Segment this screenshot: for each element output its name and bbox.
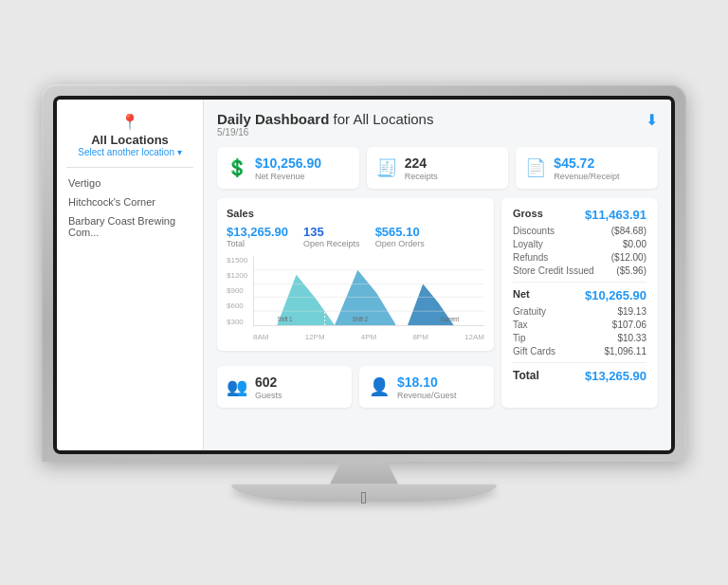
discounts-value: ($84.68) xyxy=(611,226,646,236)
x-label-8pm: 8PM xyxy=(412,333,428,341)
shift2-label: Shift 2 xyxy=(353,315,368,322)
download-icon[interactable]: ⬇ xyxy=(646,111,658,129)
gross-label: Gross xyxy=(513,208,543,222)
kpi-rev-receipt-value: $45.72 xyxy=(554,155,594,171)
gross-value: $11,463.91 xyxy=(585,208,646,222)
select-location-link[interactable]: Select another location ▾ xyxy=(66,147,193,157)
sidebar-item-vertigo[interactable]: Vertigo xyxy=(66,174,193,192)
kpi-receipts-value: 224 xyxy=(405,155,427,171)
net-header: Net $10,265.90 xyxy=(513,288,646,302)
sales-total-value: $13,265.90 xyxy=(227,225,288,239)
screen: 📍 All Locations Select another location … xyxy=(57,100,671,450)
guests-data: 602 Guests xyxy=(255,374,282,400)
sales-total-label: Total xyxy=(227,239,288,248)
guests-value: 602 xyxy=(255,375,277,390)
sales-metrics: $13,265.90 Total 135 Open Receipts $565.… xyxy=(227,225,484,248)
chart-x-labels: 8AM 12PM 4PM 8PM 12AM xyxy=(253,333,484,341)
guests-label: Guests xyxy=(255,391,282,400)
chart-svg: Shift 1 Shift 2 Current xyxy=(254,256,484,325)
y-label-900: $900 xyxy=(227,286,253,295)
guest-card-total: 👥 602 Guests xyxy=(217,366,352,408)
loyalty-value: $0.00 xyxy=(623,239,646,249)
guest-card-rev-per-guest: 👤 $18.10 Revenue/Guest xyxy=(359,366,494,408)
kpi-receipts-data: 224 Receipts xyxy=(405,155,438,181)
dashboard-title-for: for All Locations xyxy=(334,111,434,127)
chart-body: Shift 1 Shift 2 Current xyxy=(253,256,484,326)
net-label: Net xyxy=(513,288,530,302)
open-orders-label: Open Orders xyxy=(375,239,425,248)
refunds-row: Refunds ($12.00) xyxy=(513,252,646,263)
store-credit-value: ($5.96) xyxy=(616,265,646,276)
y-label-300: $300 xyxy=(227,318,253,326)
monitor-bezel: 📍 All Locations Select another location … xyxy=(53,96,675,454)
sidebar-item-hitchcocks[interactable]: Hitchcock's Corner xyxy=(66,192,193,211)
gratuity-row: Gratuity $19.13 xyxy=(513,306,646,317)
sales-metric-total: $13,265.90 Total xyxy=(227,225,288,248)
sidebar-divider xyxy=(66,167,193,168)
kpi-row: 💲 $10,256.90 Net Revenue 🧾 224 Receipts xyxy=(217,147,658,189)
apple-logo:  xyxy=(231,488,497,508)
refunds-value: ($12.00) xyxy=(611,252,646,263)
total-row: Total $13,265.90 xyxy=(513,369,646,383)
store-credit-row: Store Credit Issued ($5.96) xyxy=(513,265,646,276)
x-label-8am: 8AM xyxy=(253,333,268,341)
monitor: 📍 All Locations Select another location … xyxy=(42,84,686,502)
guest-row: 👥 602 Guests 👤 $18.10 xyxy=(217,366,494,408)
dollar-circle-icon: 💲 xyxy=(227,157,247,178)
gift-cards-value: $1,096.11 xyxy=(605,346,647,356)
shift1-label: Shift 1 xyxy=(277,315,292,322)
discounts-label: Discounts xyxy=(513,226,555,236)
sales-metric-open-receipts: 135 Open Receipts xyxy=(303,225,360,248)
y-label-600: $600 xyxy=(227,302,253,310)
kpi-card-rev-per-receipt: 📄 $45.72 Revenue/Receipt xyxy=(516,147,658,189)
store-credit-label: Store Credit Issued xyxy=(513,265,594,276)
location-pin-icon: 📍 xyxy=(66,113,193,131)
discounts-row: Discounts ($84.68) xyxy=(513,226,646,236)
bottom-section: Sales $13,265.90 Total 135 Open Receipts xyxy=(217,198,658,408)
summary-panel: Gross $11,463.91 Discounts ($84.68) Loya… xyxy=(501,198,658,408)
tax-label: Tax xyxy=(513,320,528,330)
sales-header: Sales xyxy=(227,208,484,219)
tax-row: Tax $107.06 xyxy=(513,320,646,330)
y-label-1500: $1500 xyxy=(227,256,253,265)
gift-cards-row: Gift Cards $1,096.11 xyxy=(513,346,646,356)
net-value: $10,265.90 xyxy=(585,288,646,302)
total-label: Total xyxy=(513,369,539,383)
receipt-icon: 🧾 xyxy=(376,157,397,178)
monitor-screen-border: 📍 All Locations Select another location … xyxy=(42,84,686,462)
current-label: Current xyxy=(441,315,459,322)
open-orders-value: $565.10 xyxy=(375,225,425,239)
loyalty-label: Loyalty xyxy=(513,239,543,249)
shift1-area xyxy=(254,274,346,324)
gratuity-value: $19.13 xyxy=(617,306,646,317)
gratuity-label: Gratuity xyxy=(513,306,546,317)
kpi-rev-receipt-data: $45.72 Revenue/Receipt xyxy=(554,155,619,181)
open-receipts-value: 135 xyxy=(303,225,360,239)
sidebar-header: 📍 All Locations Select another location … xyxy=(66,113,193,157)
kpi-card-net-revenue: 💲 $10,256.90 Net Revenue xyxy=(217,147,359,189)
kpi-net-revenue-value: $10,256.90 xyxy=(255,155,321,171)
x-label-12pm: 12PM xyxy=(305,333,325,341)
kpi-net-revenue-label: Net Revenue xyxy=(255,172,321,181)
monitor-neck xyxy=(326,462,402,484)
dashboard-title: Daily Dashboard for All Locations xyxy=(217,111,433,127)
sales-metric-open-orders: $565.10 Open Orders xyxy=(375,225,425,248)
dashboard-date: 5/19/16 xyxy=(217,127,433,137)
guests-icon: 👥 xyxy=(227,376,247,397)
refunds-label: Refunds xyxy=(513,252,548,263)
kpi-receipts-label: Receipts xyxy=(405,172,438,181)
dashboard-header: Daily Dashboard for All Locations 5/19/1… xyxy=(217,111,658,137)
kpi-rev-receipt-label: Revenue/Receipt xyxy=(554,172,619,181)
kpi-net-revenue-data: $10,256.90 Net Revenue xyxy=(255,155,321,181)
guest-rev-label: Revenue/Guest xyxy=(397,391,457,400)
sales-chart: $1500 $1200 $900 $600 $300 xyxy=(227,256,484,341)
tip-label: Tip xyxy=(513,333,526,343)
y-label-1200: $1200 xyxy=(227,271,253,280)
monitor-base:  xyxy=(231,484,497,502)
tip-value: $10.33 xyxy=(617,333,646,343)
chart-icon: 📄 xyxy=(525,157,546,178)
sidebar-item-barbary[interactable]: Barbary Coast Brewing Com... xyxy=(66,211,193,242)
main-content: Daily Dashboard for All Locations 5/19/1… xyxy=(204,100,671,450)
summary-divider-1 xyxy=(513,282,646,283)
dashboard-title-main: Daily Dashboard xyxy=(217,111,329,127)
